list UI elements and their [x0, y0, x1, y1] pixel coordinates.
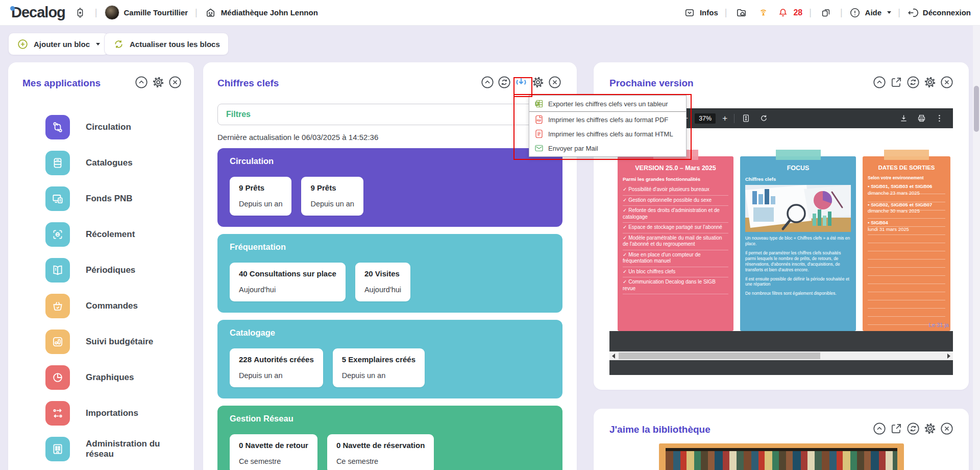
book-spines: [666, 448, 897, 470]
panel-title: Chiffres clefs: [217, 78, 279, 89]
sidebar-item-catalogues[interactable]: Catalogues: [8, 145, 194, 181]
section-catalogage: Catalogage 228 Autorités créées Depuis u…: [217, 320, 562, 398]
svg-text:PDF: PDF: [536, 120, 541, 122]
import-icon: [45, 401, 70, 426]
html-icon: [534, 129, 544, 138]
bar-chart-icon: [45, 330, 70, 354]
folder-cloud-icon[interactable]: [733, 5, 749, 20]
ruled-lines: [868, 186, 945, 326]
sidebar-item-importations[interactable]: Importations: [8, 395, 194, 431]
divider: |: [195, 7, 198, 18]
library-name: Médiathèque John Lennon: [221, 8, 318, 17]
collapse-icon[interactable]: [872, 75, 887, 90]
divider: [734, 114, 734, 123]
gear-icon[interactable]: [922, 421, 938, 436]
section-frequentation: Fréquentation 40 Consultations sur place…: [217, 234, 562, 313]
menu-item-send-mail[interactable]: Envoyer par Mail: [529, 141, 686, 155]
device-icon[interactable]: [72, 5, 88, 20]
divider: |: [809, 7, 812, 18]
divider: |: [725, 7, 727, 18]
scroll-right-arrow-icon[interactable]: [947, 354, 950, 359]
close-icon[interactable]: [167, 75, 183, 90]
menu-item-print-pdf[interactable]: PDF Imprimer les chiffres clefs au forma…: [529, 112, 686, 127]
infos-button[interactable]: Infos: [684, 7, 718, 18]
section-gestion-reseau: Gestion Réseau 0 Navette de retour Ce se…: [217, 406, 562, 470]
scroll-left-arrow-icon[interactable]: [612, 354, 615, 359]
copy-link-icon[interactable]: [818, 5, 834, 20]
building-icon: [45, 437, 70, 461]
collapse-icon[interactable]: [134, 75, 149, 90]
library-building-icon: [205, 7, 216, 18]
sidebar-item-recolement[interactable]: Récolement: [8, 217, 194, 252]
open-book-icon: [45, 258, 70, 283]
newsletter-dates-card: DATES DE SORTIES Selon votre environneme…: [863, 156, 950, 331]
panel-title: J'aime la bibliothèque: [609, 424, 710, 435]
print-icon[interactable]: [915, 112, 928, 125]
sidebar-item-suivi-budgetaire[interactable]: Suivi budgétaire: [8, 324, 194, 360]
svg-text:X: X: [536, 102, 538, 105]
sidebar-item-periodiques[interactable]: Périodiques: [8, 252, 194, 288]
collapse-icon[interactable]: [872, 421, 887, 436]
gear-icon[interactable]: [151, 75, 166, 90]
scrollbar-thumb[interactable]: [974, 86, 979, 132]
close-icon[interactable]: [547, 75, 562, 90]
logout-button[interactable]: Déconnexion: [907, 7, 971, 18]
more-options-icon[interactable]: [933, 112, 946, 125]
open-external-icon[interactable]: [889, 421, 904, 436]
refresh-block-icon[interactable]: [905, 75, 921, 90]
close-icon[interactable]: [939, 421, 954, 436]
plus-circle-icon: [17, 38, 29, 50]
newsletter-footer-link[interactable]: Le 31 ja: [929, 322, 949, 328]
sidebar-item-graphiques[interactable]: Graphiques: [8, 360, 194, 395]
fit-page-icon[interactable]: [739, 112, 752, 125]
open-external-icon[interactable]: [889, 75, 904, 90]
refresh-block-icon[interactable]: [905, 421, 921, 436]
caret-down-icon: [96, 43, 100, 45]
divider: |: [840, 7, 843, 18]
refresh-icon: [113, 38, 125, 50]
stat-card: 20 Visites Aujourd'hui: [355, 263, 410, 301]
pdf-zoom-level[interactable]: 37%: [695, 113, 716, 124]
broadcast-icon[interactable]: [755, 5, 771, 20]
aide-menu[interactable]: Aide: [849, 7, 892, 18]
newsletter-version-card: VERSION 25.0 – Mars 2025 Parmi les grand…: [618, 156, 733, 331]
sidebar-item-circulation[interactable]: Circulation: [8, 109, 194, 145]
download-icon[interactable]: [897, 112, 910, 125]
user-menu[interactable]: Camille Tourtillier: [105, 5, 188, 20]
stat-card: 9 Prêts Depuis un an: [301, 177, 363, 216]
menu-item-print-html[interactable]: Imprimer les chiffres clefs au format HT…: [529, 127, 686, 141]
caret-down-icon: [887, 11, 891, 14]
refresh-all-blocks-button[interactable]: Actualiser tous les blocs: [104, 33, 229, 55]
stat-card: 0 Navette de retour Ce semestre: [230, 434, 317, 470]
panel-title: Prochaine version: [609, 78, 694, 89]
rotate-icon[interactable]: [757, 112, 770, 125]
notifications-button[interactable]: 28: [777, 7, 802, 18]
tape-decoration: [884, 150, 929, 160]
decalog-logo[interactable]: Decalog: [9, 4, 65, 21]
pdf-horizontal-scrollbar[interactable]: [609, 351, 953, 360]
zoom-in-icon[interactable]: +: [720, 113, 729, 124]
sidebar-item-administration-reseau[interactable]: Administration du réseau: [8, 431, 194, 467]
sidebar-item-fonds-pnb[interactable]: Fonds PNB: [8, 181, 194, 217]
library-selector[interactable]: Médiathèque John Lennon: [205, 7, 318, 18]
close-icon[interactable]: [939, 75, 954, 90]
basket-icon: [45, 294, 70, 318]
devices-icon: [45, 186, 70, 211]
sidebar-item-commandes[interactable]: Commandes: [8, 288, 194, 324]
user-name: Camille Tourtillier: [124, 8, 188, 17]
gear-icon[interactable]: [530, 75, 546, 90]
pdf-icon: PDF: [534, 115, 544, 124]
filters-accordion[interactable]: Filtres: [217, 104, 562, 125]
pie-chart-icon: [45, 365, 70, 390]
stat-card: 40 Consultations sur place Aujourd'hui: [230, 263, 346, 301]
refresh-block-icon[interactable]: [497, 75, 512, 90]
menu-item-export-spreadsheet[interactable]: X Exporter les chiffres clefs vers un ta…: [529, 97, 686, 111]
stat-card: 228 Autorités créées Depuis un an: [230, 348, 323, 387]
scrollbar-thumb[interactable]: [619, 353, 820, 359]
add-block-button[interactable]: Ajouter un bloc: [8, 33, 109, 55]
envelope-icon: [684, 7, 695, 18]
gear-icon[interactable]: [922, 75, 938, 90]
collapse-icon[interactable]: [480, 75, 495, 90]
export-download-icon[interactable]: [513, 75, 529, 90]
page-scrollbar[interactable]: [973, 26, 980, 470]
